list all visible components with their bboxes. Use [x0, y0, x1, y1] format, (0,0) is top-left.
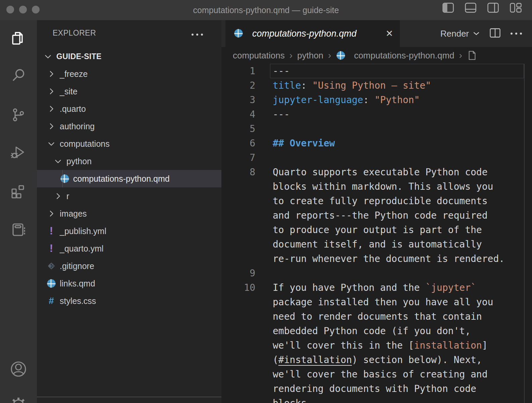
code-text: blocks.	[270, 396, 524, 403]
render-button[interactable]: Render	[440, 29, 480, 39]
tree-item-links-qmd[interactable]: links.qmd	[37, 275, 221, 292]
chevron-right-icon	[46, 121, 56, 131]
git-branch-icon[interactable]	[10, 106, 27, 124]
line-number	[221, 237, 270, 252]
code-text: to create fully reproducible documents	[270, 194, 524, 208]
code-text	[270, 266, 524, 280]
tree-item-computations[interactable]: computations	[37, 135, 221, 152]
line-number	[221, 338, 270, 353]
editor-scrollbar-border	[524, 64, 525, 403]
tree-item--quarto-yml[interactable]: !_quarto.yml	[37, 240, 221, 257]
tree-item--freeze[interactable]: _freeze	[37, 65, 221, 83]
tab-label: computations-python.qmd	[252, 29, 383, 39]
tree-item--publish-yml[interactable]: !_publish.yml	[37, 222, 221, 240]
quarto-icon	[46, 278, 56, 288]
quarto-icon	[60, 174, 70, 184]
code-line-row: embedded Python code (if you don't,	[221, 324, 532, 338]
line-number	[221, 324, 270, 338]
line-number	[221, 295, 270, 309]
code-line-row: document itself, and is automatically	[221, 237, 532, 252]
close-tab-icon[interactable]: ✕	[385, 28, 393, 39]
tree-item--quarto[interactable]: .quarto	[37, 100, 221, 118]
line-number	[221, 309, 270, 324]
outline-section[interactable]: OUTLINE	[37, 397, 221, 403]
files-icon[interactable]	[10, 30, 27, 47]
tree-item-label: authoring	[60, 122, 95, 131]
breadcrumb-separator: ›	[328, 50, 331, 61]
code-line-row: 6## Overview	[221, 136, 532, 150]
account-icon[interactable]	[10, 360, 27, 378]
line-number	[221, 367, 270, 382]
code-text: we'll cover this in the [installation]	[270, 338, 524, 353]
line-number: 4	[221, 107, 270, 122]
tree-item-images[interactable]: images	[37, 205, 221, 222]
gear-icon[interactable]	[10, 396, 27, 403]
search-icon[interactable]	[10, 66, 27, 84]
customize-layout-icon[interactable]	[510, 3, 522, 13]
code-text: embedded Python code (if you don't,	[270, 324, 524, 338]
code-text: jupyter-language: "Python"	[270, 93, 524, 107]
tree-item--gitignore[interactable]: .gitignore	[37, 257, 221, 275]
code-text: to produce your output is part of the	[270, 223, 524, 237]
tree-item-label: _quarto.yml	[60, 244, 104, 254]
line-number	[221, 396, 270, 403]
code-line-row: we'll cover the basics of creating and	[221, 367, 532, 382]
debug-icon[interactable]	[10, 144, 27, 161]
render-label: Render	[440, 29, 469, 39]
code-text	[270, 150, 524, 165]
chevron-down-icon	[43, 51, 53, 61]
tree-item-authoring[interactable]: authoring	[37, 118, 221, 135]
code-line-row: re-run whenever the document is rendered…	[221, 252, 532, 266]
explorer-more-actions-icon[interactable]	[192, 34, 203, 36]
tree-item--site[interactable]: _site	[37, 83, 221, 100]
code-line-row: 2title: "Using Python — site"	[221, 78, 532, 93]
chevron-down-icon	[46, 139, 56, 149]
explorer-sidebar: EXPLORER GUIDE-SITE_freeze_site.quartoau…	[37, 20, 221, 403]
tree-item-label: computations-python.qmd	[73, 174, 170, 184]
code-line-row: blocks.	[221, 396, 532, 403]
editor-group: computations-python.qmd ✕ Render computa…	[221, 20, 532, 403]
line-number: 3	[221, 93, 270, 107]
code-editor[interactable]: 1---2title: "Using Python — site"3jupyte…	[221, 64, 532, 403]
outline-label: OUTLINE	[60, 402, 95, 403]
notebook-icon[interactable]	[10, 221, 27, 238]
tab-computations-python[interactable]: computations-python.qmd ✕	[225, 20, 400, 47]
split-editor-icon[interactable]	[490, 28, 500, 39]
tree-root-guide-site[interactable]: GUIDE-SITE	[37, 48, 221, 65]
tree-item-computations-python-qmd[interactable]: computations-python.qmd	[37, 170, 221, 187]
chevron-right-icon	[46, 209, 56, 219]
tree-item-r[interactable]: r	[37, 187, 221, 205]
quarto-icon	[233, 28, 244, 38]
code-line-row: package installed then you have all you	[221, 295, 532, 309]
git-icon	[46, 261, 56, 271]
code-line-row: to produce your output is part of the	[221, 223, 532, 237]
tree-item-label: _publish.yml	[60, 226, 106, 236]
code-text	[270, 122, 524, 136]
line-number: 7	[221, 150, 270, 165]
tree-item-label: python	[66, 156, 92, 166]
extensions-icon[interactable]	[10, 182, 27, 200]
tree-item-styles-css[interactable]: #styles.css	[37, 292, 221, 310]
line-number: 6	[221, 136, 270, 150]
line-number: 8	[221, 165, 270, 179]
chevron-right-icon	[53, 191, 63, 201]
more-actions-icon[interactable]	[511, 33, 522, 35]
quarto-icon	[336, 50, 346, 60]
breadcrumb-item[interactable]: computations	[233, 50, 285, 61]
toggle-primary-sidebar-icon[interactable]	[442, 3, 454, 13]
breadcrumb-item[interactable]: computations-python.qmd	[354, 50, 454, 61]
quarto-icon	[233, 28, 247, 39]
line-number	[221, 353, 270, 367]
breadcrumb-item[interactable]: python	[297, 50, 323, 61]
line-number	[221, 223, 270, 237]
chevron-right-icon	[46, 69, 56, 79]
line-number	[221, 194, 270, 208]
line-number: 9	[221, 266, 270, 280]
code-text: (#installation) section below). Next,	[270, 353, 524, 367]
tree-item-python[interactable]: python	[37, 152, 221, 170]
code-text: we'll cover the basics of creating and	[270, 367, 524, 382]
toggle-secondary-sidebar-icon[interactable]	[487, 3, 499, 13]
breadcrumb-separator: ›	[289, 50, 292, 61]
tree-item-label: images	[60, 209, 87, 219]
toggle-panel-icon[interactable]	[465, 3, 476, 13]
